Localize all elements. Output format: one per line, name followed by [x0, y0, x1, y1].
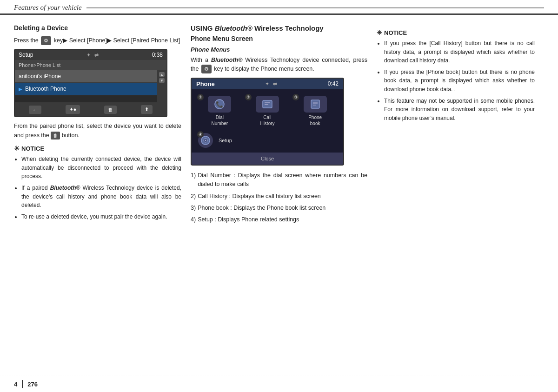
screen-header: Setup ✦ ⇌ 0:38	[15, 50, 166, 60]
bt-italic-intro: Bluetooth®	[211, 57, 243, 63]
dial-number-badge: ①	[197, 94, 204, 100]
trash-icon-inline: 🗑	[53, 132, 58, 140]
bt-icon: ✦	[86, 52, 91, 58]
history-label: Call History	[260, 114, 274, 126]
right-notice-asterisk: ✳	[377, 29, 382, 36]
right-column: ✳ NOTICE If you press the [Call History]…	[377, 24, 535, 227]
arrow-icon: ⇌	[94, 52, 99, 58]
setup-badge: ④	[197, 131, 204, 138]
phone-screen-mockup: Phone ✦ ⇌ 0:42 ① 📞 Dial Number	[191, 78, 344, 166]
footer-separator	[22, 380, 23, 388]
section-title-deleting: Deleting a Device	[14, 24, 181, 32]
right-notice-item-2: If you press the [Phone book] button but…	[384, 68, 535, 94]
left-notice-label: NOTICE	[21, 145, 44, 152]
phone-book-menu-item[interactable]: ③ Phone book	[293, 96, 337, 126]
gear-icon-mid: ⚙	[204, 65, 209, 73]
from-text-post: button.	[62, 132, 80, 139]
setup-item-wrapper: ④	[198, 133, 213, 148]
press-text-post: key▶ Select [Phone]▶ Select [Paired Phon…	[54, 37, 180, 44]
header-divider	[86, 7, 544, 8]
notice-asterisk: ✳	[14, 145, 20, 152]
item-2-text: Call History : Displays the call history…	[198, 192, 321, 201]
dial-label: Dial Number	[212, 114, 228, 126]
header-bar: Features of your vehicle	[0, 0, 558, 15]
history-icon	[256, 96, 279, 113]
from-text: From the paired phone list, select the d…	[14, 122, 181, 140]
from-text-pre: From the paired phone list, select the d…	[14, 123, 181, 138]
num-4: 4)	[191, 215, 196, 224]
left-notice-section: ✳ NOTICE When deleting the currently con…	[14, 145, 181, 221]
svg-text:📞: 📞	[216, 100, 224, 108]
delete-btn-inline[interactable]: 🗑	[51, 132, 60, 140]
phone-bt-icon: ✦	[265, 81, 269, 87]
screen-body: anitooni's iPhone ▶ Bluetooth Phone ▲ ▼	[15, 70, 166, 103]
scroll-up-icon[interactable]: ▲	[159, 72, 165, 77]
delete-button[interactable]: 🗑	[104, 106, 117, 114]
main-content: Deleting a Device Press the ⚙ key▶ Selec…	[0, 15, 558, 227]
num-3: 3)	[191, 204, 196, 213]
item-3-text: Phone book : Displays the Phone book lis…	[198, 204, 326, 213]
phone-menu-grid: ① 📞 Dial Number ② Call	[192, 89, 343, 130]
press-instruction: Press the ⚙ key▶ Select [Phone]▶ Select …	[14, 36, 181, 45]
phone-menus-label: Phone Menus	[191, 46, 367, 53]
phone-menu-numbered-list: 1) Dial Number : Displays the dial scree…	[191, 171, 367, 225]
bt-phone-label: Bluetooth Phone	[25, 86, 66, 92]
gear-key-mid[interactable]: ⚙	[201, 65, 212, 73]
scroll-bar: ▲ ▼	[157, 70, 166, 103]
gear-key-button[interactable]: ⚙	[41, 36, 51, 45]
intro-text: With a Bluetooth® Wireless Technology de…	[191, 56, 367, 74]
footer: 4 276	[0, 376, 558, 392]
phonebook-label: Phone book	[308, 114, 322, 126]
scroll-down-icon[interactable]: ▼	[159, 78, 165, 83]
right-notice-item-3: This feature may not be supported in som…	[384, 97, 535, 123]
phone-screen-header: Phone ✦ ⇌ 0:42	[192, 79, 343, 89]
left-notice-list: When deleting the currently connected de…	[14, 155, 181, 221]
right-notice-section: ✳ NOTICE If you press the [Call History]…	[377, 29, 535, 122]
footer-section-num: 276	[27, 381, 38, 388]
right-notice-item-1: If you press the [Call History] button b…	[384, 39, 535, 65]
left-notice-item-3: To re-use a deleted device, you must pai…	[21, 213, 181, 221]
svg-rect-2	[263, 100, 272, 108]
setup-menu-label: Setup	[219, 138, 232, 143]
screen-time: 0:38	[152, 52, 163, 58]
screen-list: anitooni's iPhone ▶ Bluetooth Phone	[15, 70, 157, 103]
intro-post2: key to display the Phone menu screen.	[214, 66, 314, 72]
screen-header-title: Setup	[19, 52, 33, 58]
screen-spacer	[15, 95, 157, 103]
phone-time: 0:42	[328, 80, 339, 87]
numbered-item-3: 3) Phone book : Displays the Phone book …	[191, 204, 367, 213]
gear-icon: ⚙	[44, 37, 48, 45]
numbered-item-1: 1) Dial Number : Displays the dial scree…	[191, 171, 367, 189]
bt-italic: Bluetooth	[50, 185, 76, 191]
intro-pre: With a	[191, 57, 211, 63]
right-notice-title: ✳ NOTICE	[377, 29, 535, 36]
section-title-using: USING Bluetooth® Wireless Technology	[191, 24, 367, 32]
dial-icon: 📞	[208, 96, 231, 113]
screen-header-icons: ✦ ⇌	[86, 52, 99, 58]
setup-menu-item[interactable]: ④ Setup	[192, 130, 343, 153]
using-label: USING	[191, 24, 215, 32]
left-notice-item-2: If a paired Bluetooth® Wireless Technolo…	[21, 184, 181, 210]
header-title: Features of your vehicle	[14, 4, 82, 12]
screen-list-item-bt[interactable]: ▶ Bluetooth Phone	[15, 83, 157, 95]
phone-close-bar: Close	[192, 153, 343, 165]
back-icon: ←	[33, 107, 38, 113]
screen-bottom-bar: ← ✦● 🗑 ⬆	[15, 103, 166, 116]
phone-menu-screen-title: Phone Menu Screen	[191, 35, 367, 42]
left-notice-item-1: When deleting the currently connected de…	[21, 155, 181, 181]
press-text-pre: Press the	[14, 37, 39, 44]
phone-list-label: anitooni's iPhone	[19, 73, 61, 80]
call-history-menu-item[interactable]: ② Call History	[246, 96, 289, 126]
bt-settings-button[interactable]: ✦●	[66, 105, 80, 114]
trash-icon: 🗑	[108, 107, 113, 113]
num-2: 2)	[191, 192, 196, 201]
dial-number-menu-item[interactable]: ① 📞 Dial Number	[198, 96, 241, 126]
num-1: 1)	[191, 171, 196, 189]
phone-arrow-icon: ⇌	[273, 81, 277, 87]
upload-button[interactable]: ⬆	[141, 105, 153, 114]
phone-book-badge: ③	[292, 94, 299, 100]
back-button[interactable]: ←	[29, 106, 41, 114]
footer-page-num: 4	[14, 381, 17, 388]
phone-header-icons: ✦ ⇌	[265, 81, 277, 87]
bt-italic-using: Bluetooth®	[215, 24, 252, 32]
